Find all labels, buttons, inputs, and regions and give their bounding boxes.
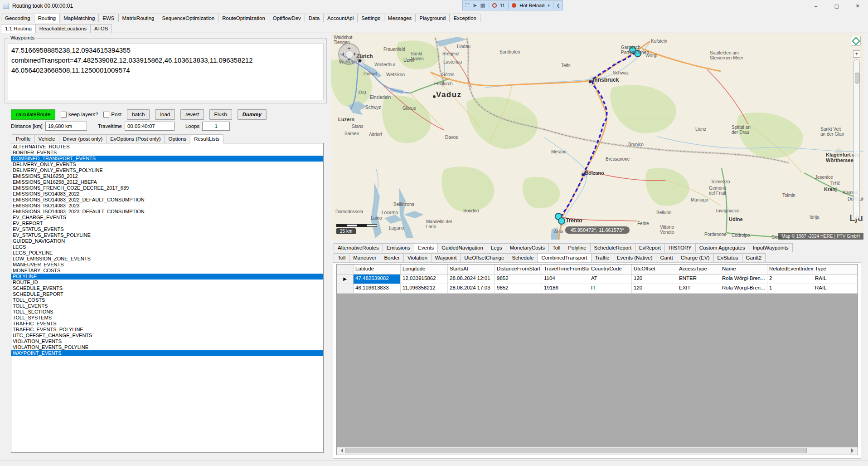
grid-column-header[interactable]: Type: [813, 265, 858, 275]
grid-cell[interactable]: 120: [632, 275, 677, 284]
result-list-item[interactable]: TRAFFIC_EVENTS: [11, 321, 323, 327]
result-list-item[interactable]: EMISSIONS_FRENCH_CO2E_DECREE_2017_639: [11, 185, 323, 191]
result-tab-guidednavigation[interactable]: GuidedNavigation: [437, 243, 487, 252]
grid-column-header[interactable]: TravelTimeFromSta: [542, 265, 589, 275]
event-tab-charge-ev[interactable]: Charge (EV): [677, 253, 714, 262]
checkbox-icon[interactable]: [61, 112, 67, 118]
pointer-icon[interactable]: ➤: [472, 3, 477, 8]
grid-cell[interactable]: IT: [589, 284, 632, 294]
result-list-item[interactable]: POLYLINE: [11, 274, 323, 280]
grid-cell[interactable]: 28.08.2024 12:01: [448, 275, 495, 284]
event-tab-maneuver[interactable]: Maneuver: [349, 253, 380, 262]
pan-up-icon[interactable]: [347, 45, 351, 49]
scroll-right-icon[interactable]: [851, 448, 856, 453]
grid-column-header[interactable]: Longitude: [401, 265, 448, 275]
options-tab-evoptions-post-only[interactable]: EvOptions (Post only): [106, 134, 165, 143]
layout-grid-icon[interactable]: ▦: [480, 3, 485, 8]
revert-button[interactable]: revert: [180, 109, 204, 120]
grid-column-header[interactable]: RelatedEventIndex: [767, 265, 813, 275]
sub-tab-reachablelocations[interactable]: ReachableLocations: [35, 24, 91, 33]
grid-cell[interactable]: 28.08.2024 17:03: [448, 284, 495, 294]
event-tab-utcoffsetchange[interactable]: UtcOffsetChange: [460, 253, 508, 262]
result-list-item[interactable]: WAYPOINT_EVENTS: [11, 350, 323, 356]
scrollbar-thumb[interactable]: [345, 448, 807, 453]
result-tab-legs[interactable]: Legs: [487, 243, 506, 252]
result-list-item[interactable]: MANEUVER_EVENTS: [11, 262, 323, 268]
grid-cell[interactable]: 120: [632, 284, 677, 294]
event-tab-evstatus[interactable]: EvStatus: [713, 253, 742, 262]
result-list-item[interactable]: SCHEDULE_EVENTS: [11, 285, 323, 291]
flush-button[interactable]: Flush: [209, 109, 232, 120]
grid-cell[interactable]: 2: [767, 275, 813, 284]
grid-cell[interactable]: 19186: [542, 284, 589, 294]
grid-cell[interactable]: 1104: [542, 275, 589, 284]
result-list-item[interactable]: EV_REPORT: [11, 221, 323, 226]
grid-cell[interactable]: Rola Wörgl-Bren...: [720, 275, 767, 284]
traveltime-field[interactable]: 00.05:40:07: [125, 122, 175, 131]
result-list-item[interactable]: TOLL_COSTS: [11, 297, 323, 303]
result-list-item[interactable]: TRAFFIC_EVENTS_POLYLINE: [11, 327, 323, 333]
menu-tab-optiflowdev[interactable]: OptiflowDev: [269, 14, 305, 22]
options-tab-resultlists[interactable]: ResultLists: [190, 134, 223, 143]
grid-cell[interactable]: ENTER: [677, 275, 720, 284]
menu-tab-messages[interactable]: Messages: [384, 14, 416, 22]
event-tab-combinedtransport[interactable]: CombinedTransport: [537, 253, 591, 262]
grid-column-header[interactable]: DistanceFromStart: [495, 265, 542, 275]
menu-tab-ews[interactable]: EWS: [98, 14, 118, 22]
options-tab-driver-post-only[interactable]: Driver (post only): [59, 134, 107, 143]
grid-cell[interactable]: 11,096358212: [401, 284, 448, 294]
event-tab-waypoint[interactable]: Waypoint: [431, 253, 461, 262]
options-tab-profile[interactable]: Profile: [12, 134, 35, 143]
result-tab-alternativeroutes[interactable]: AlternativeRoutes: [334, 243, 383, 252]
grid-cell[interactable]: Rola Wörgl-Bren...: [720, 284, 767, 294]
result-tab-custom-aggregates[interactable]: Custom Aggregates: [695, 243, 749, 252]
result-tab-monetarycosts[interactable]: MonetaryCosts: [506, 243, 549, 252]
keep-layers-checkbox[interactable]: keep layers?: [61, 112, 98, 118]
grid-cell[interactable]: EXIT: [677, 284, 720, 294]
result-tab-emissions[interactable]: Emissions: [383, 243, 414, 252]
result-list-item[interactable]: DELIVERY_ONLY_EVENTS: [11, 162, 323, 167]
waypoints-input[interactable]: 47.5166958885238,12.0934615394355 combin…: [8, 43, 324, 100]
row-selector-cell[interactable]: [337, 284, 354, 294]
grid-corner-cell[interactable]: [337, 265, 354, 275]
result-list-item[interactable]: LOW_EMISSION_ZONE_EVENTS: [11, 256, 323, 262]
minimize-button[interactable]: –: [805, 0, 826, 12]
result-list-item[interactable]: DELIVERY_ONLY_EVENTS_POLYLINE: [11, 167, 323, 173]
grid-cell[interactable]: AT: [589, 275, 632, 284]
result-list-item[interactable]: VIOLATION_EVENTS_POLYLINE: [11, 344, 323, 350]
menu-tab-routeoptimization[interactable]: RouteOptimization: [218, 14, 269, 22]
chevron-down-icon[interactable]: ▾: [548, 3, 550, 8]
result-list-item[interactable]: UTC_OFFSET_CHANGE_EVENTS: [11, 333, 323, 338]
grid-column-header[interactable]: CountryCode: [589, 265, 632, 275]
result-list-item[interactable]: EV_CHARGE_EVENTS: [11, 215, 323, 221]
result-list-item[interactable]: TOLL_SECTIONS: [11, 309, 323, 315]
event-tab-traffic[interactable]: Traffic: [591, 253, 613, 262]
result-tab-evreport[interactable]: EvReport: [635, 243, 665, 252]
result-tab-toll[interactable]: Toll: [548, 243, 564, 252]
event-tab-schedule[interactable]: Schedule: [508, 253, 538, 262]
pan-compass-control[interactable]: [338, 43, 360, 65]
grid-cell[interactable]: 12,033915862: [401, 275, 448, 284]
zoom-slider-thumb[interactable]: [855, 73, 859, 83]
result-list-item[interactable]: EMISSIONS_ISO14083_2022_DEFAULT_CONSUMPT…: [11, 197, 323, 203]
options-tab-vehicle[interactable]: Vehicle: [34, 134, 59, 143]
result-list-item[interactable]: GUIDED_NAVIGATION: [11, 238, 323, 244]
options-tab-options[interactable]: Options: [164, 134, 190, 143]
pan-hub[interactable]: [345, 50, 354, 59]
map[interactable]: Waldshut-TiengenFrauenfeldWinterthurUzwi…: [331, 33, 863, 240]
grid-cell[interactable]: 9852: [495, 275, 542, 284]
result-list-item[interactable]: LEGS_POLYLINE: [11, 250, 323, 256]
grid-column-header[interactable]: Latitude: [354, 265, 401, 275]
grid-cell[interactable]: 46,103613833: [354, 284, 401, 294]
result-list-item[interactable]: LEGS: [11, 244, 323, 250]
result-list-item[interactable]: EV_STATUS_EVENTS_POLYLINE: [11, 232, 323, 238]
result-tab-events[interactable]: Events: [414, 243, 438, 252]
result-tab-schedulereport[interactable]: ScheduleReport: [590, 243, 635, 252]
grid-column-header[interactable]: AccessType: [677, 265, 720, 275]
row-selector-cell[interactable]: ▶: [337, 275, 354, 284]
sub-tab-atos[interactable]: ATOS: [90, 24, 112, 33]
checkbox-icon[interactable]: [103, 112, 109, 118]
map-layers-button[interactable]: [851, 36, 861, 46]
result-list-item[interactable]: TOLL_SYSTEMS: [11, 315, 323, 321]
result-list-item[interactable]: ROUTE_ID: [11, 280, 323, 285]
